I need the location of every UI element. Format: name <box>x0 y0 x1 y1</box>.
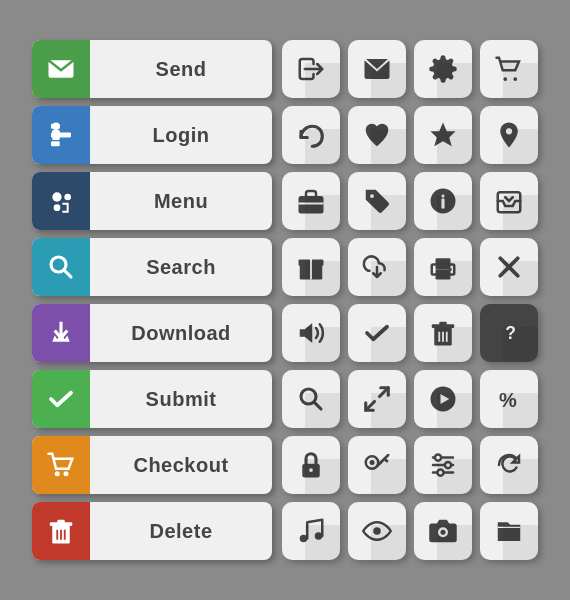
submit-label: Submit <box>90 388 272 411</box>
trash-icon-btn[interactable] <box>414 304 472 362</box>
play-icon-btn[interactable] <box>414 370 472 428</box>
svg-rect-39 <box>434 327 452 346</box>
key-icon-btn[interactable] <box>348 436 406 494</box>
svg-point-47 <box>301 389 316 404</box>
svg-point-57 <box>370 460 375 465</box>
svg-point-69 <box>438 527 448 537</box>
eye-icon-btn[interactable] <box>348 502 406 560</box>
svg-point-55 <box>309 468 313 472</box>
checkout-label: Checkout <box>90 454 272 477</box>
main-container: Send Login <box>17 25 553 575</box>
camera-icon-btn[interactable] <box>414 502 472 560</box>
button-list: Send Login <box>32 40 272 560</box>
download-button[interactable]: Download <box>32 304 272 362</box>
svg-point-35 <box>449 268 452 271</box>
send-icon <box>32 40 90 98</box>
close-icon-btn[interactable] <box>480 238 538 296</box>
cloud-upload-icon-btn[interactable] <box>348 238 406 296</box>
svg-point-65 <box>437 469 443 475</box>
svg-point-23 <box>506 128 512 134</box>
svg-point-8 <box>54 204 61 211</box>
return-icon-btn[interactable] <box>282 106 340 164</box>
delete-button[interactable]: Delete <box>32 502 272 560</box>
gift-icon-btn[interactable] <box>282 238 340 296</box>
svg-line-36 <box>500 258 518 276</box>
delete-icon <box>32 502 90 560</box>
svg-line-48 <box>314 402 321 409</box>
download-label: Download <box>90 322 272 345</box>
icon-grid: ? % <box>282 40 538 560</box>
search-btn-icon <box>32 238 90 296</box>
svg-line-10 <box>64 270 71 277</box>
svg-rect-5 <box>52 130 60 140</box>
svg-rect-31 <box>300 265 323 280</box>
search-label: Search <box>90 256 272 279</box>
login-label: Login <box>90 124 272 147</box>
svg-marker-38 <box>300 323 313 343</box>
svg-point-21 <box>513 77 517 81</box>
star-icon-btn[interactable] <box>414 106 472 164</box>
svg-rect-24 <box>299 196 324 214</box>
resize-icon-btn[interactable] <box>348 370 406 428</box>
logout-icon-btn[interactable] <box>282 40 340 98</box>
svg-line-58 <box>377 455 388 466</box>
svg-rect-32 <box>299 260 324 266</box>
tag-icon-btn[interactable] <box>348 172 406 230</box>
svg-point-11 <box>55 471 60 476</box>
svg-point-4 <box>52 123 60 131</box>
mail-icon-btn[interactable] <box>348 40 406 98</box>
location-icon-btn[interactable] <box>480 106 538 164</box>
svg-point-27 <box>431 189 456 214</box>
svg-point-56 <box>366 456 379 469</box>
volume-icon-btn[interactable] <box>282 304 340 362</box>
checkout-button[interactable]: Checkout <box>32 436 272 494</box>
search2-icon-btn[interactable] <box>282 370 340 428</box>
login-button[interactable]: Login <box>32 106 272 164</box>
sliders-icon-btn[interactable] <box>414 436 472 494</box>
svg-point-70 <box>441 530 446 535</box>
svg-point-63 <box>435 454 441 460</box>
settings-icon-btn[interactable] <box>414 40 472 98</box>
menu-button[interactable]: Menu <box>32 172 272 230</box>
svg-point-67 <box>315 532 323 540</box>
svg-rect-34 <box>432 265 455 275</box>
submit-button[interactable]: Submit <box>32 370 272 428</box>
heart-icon-btn[interactable] <box>348 106 406 164</box>
svg-point-7 <box>64 194 71 201</box>
svg-point-66 <box>300 535 308 543</box>
download-icon <box>32 304 90 362</box>
lock-icon-btn[interactable] <box>282 436 340 494</box>
svg-line-59 <box>385 459 388 462</box>
svg-rect-15 <box>57 520 65 524</box>
music-icon-btn[interactable] <box>282 502 340 560</box>
svg-rect-33 <box>436 270 451 280</box>
svg-point-68 <box>373 527 381 535</box>
menu-label: Menu <box>90 190 272 213</box>
svg-point-64 <box>445 462 451 468</box>
svg-text:?: ? <box>505 323 516 343</box>
cart-icon-btn[interactable] <box>480 40 538 98</box>
folder-icon-btn[interactable] <box>480 502 538 560</box>
menu-icon <box>32 172 90 230</box>
inbox-icon-btn[interactable] <box>480 172 538 230</box>
delete-label: Delete <box>90 520 272 543</box>
checkout-icon <box>32 436 90 494</box>
svg-point-6 <box>52 192 61 201</box>
svg-rect-2 <box>51 141 60 146</box>
svg-marker-52 <box>441 394 450 404</box>
search-button[interactable]: Search <box>32 238 272 296</box>
send-label: Send <box>90 58 272 81</box>
svg-point-12 <box>64 471 69 476</box>
help-icon-btn[interactable]: ? <box>480 304 538 362</box>
svg-text:%: % <box>499 389 517 411</box>
info-icon-btn[interactable] <box>414 172 472 230</box>
print-icon-btn[interactable] <box>414 238 472 296</box>
submit-icon <box>32 370 90 428</box>
refresh-icon-btn[interactable] <box>480 436 538 494</box>
svg-point-51 <box>431 387 456 412</box>
svg-point-26 <box>370 194 374 198</box>
check-icon-btn[interactable] <box>348 304 406 362</box>
send-button[interactable]: Send <box>32 40 272 98</box>
percent-icon-btn[interactable]: % <box>480 370 538 428</box>
briefcase-icon-btn[interactable] <box>282 172 340 230</box>
